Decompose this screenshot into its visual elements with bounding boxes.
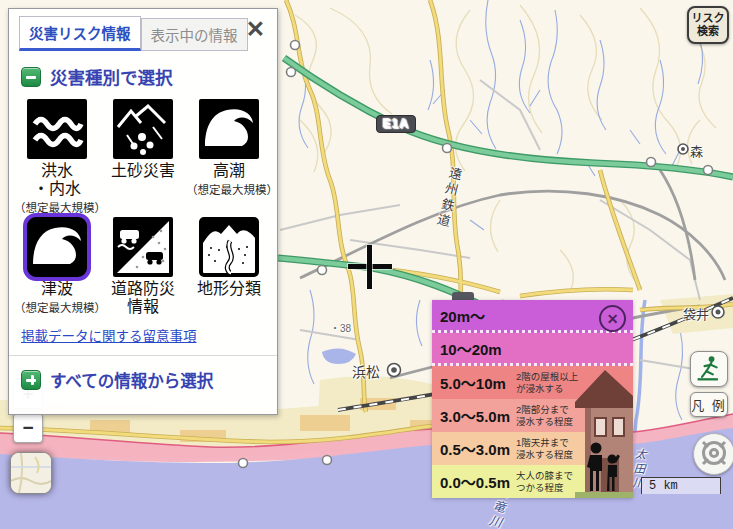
plus-square-icon <box>21 370 41 390</box>
storm-surge-icon <box>199 99 259 159</box>
hazard-note: （想定最大規模） <box>14 299 100 315</box>
hazard-item-tsunami[interactable]: 津波 （想定最大規模） <box>14 215 100 317</box>
scale-label: 5 km <box>649 479 678 493</box>
hazard-label: 道路防災 情報 <box>100 280 186 316</box>
legend-range: 0.5～3.0m <box>440 438 516 459</box>
section-title: すべての情報から選択 <box>50 368 213 392</box>
hazard-item-terrain[interactable]: 地形分類 <box>186 215 272 317</box>
evacuation-person-icon <box>695 354 723 385</box>
map-center-crosshair-vertical <box>367 245 372 289</box>
legend-row: 0.5～3.0m 1階天井まで 浸水する程度 <box>432 432 633 465</box>
legend-row: 10～20m <box>432 333 633 366</box>
terrain-icon <box>199 217 259 277</box>
risk-search-label: リスク 検索 <box>692 12 725 37</box>
hazard-item-storm-surge[interactable]: 高潮 （想定最大規模） <box>186 97 272 215</box>
panel-tabs: 災害リスク情報 表示中の情報 ✕ <box>9 9 277 51</box>
expressway-badge: E1A <box>376 115 416 133</box>
legend-range: 10～20m <box>440 338 516 359</box>
zoom-out-button[interactable]: − <box>13 413 43 443</box>
disaster-risk-panel: 災害リスク情報 表示中の情報 ✕ 災害種別で選択 洪水 ・内水 （想定最大規模） <box>8 8 278 415</box>
legend-row: 5.0～10m 2階の屋根以上 が浸水する <box>432 366 633 399</box>
legend-range: 3.0～5.0m <box>440 405 516 426</box>
legend-close-icon[interactable]: ✕ <box>599 305 626 332</box>
tab-label: 表示中の情報 <box>151 28 238 44</box>
hazard-label: 洪水 ・内水 <box>14 162 100 198</box>
map-scale-bar: 5 km <box>641 477 721 494</box>
hazard-item-road-disaster[interactable]: 道路防災 情報 <box>100 215 186 317</box>
map-label-spot-height: ・38 <box>330 320 351 335</box>
section-title: 災害種別で選択 <box>50 64 173 89</box>
legend-desc: 2階部分まで 浸水する程度 <box>516 404 573 427</box>
legend-range: 20m～ <box>440 305 516 326</box>
map-label-hamamatsu: 浜松 <box>352 361 380 381</box>
legend-toggle-button[interactable]: 凡 例 <box>690 392 728 417</box>
flood-icon <box>27 99 87 159</box>
road-disaster-icon <box>113 217 173 277</box>
hazard-note: （想定最大規模） <box>186 181 272 197</box>
tab-disaster-risk-info[interactable]: 災害リスク情報 <box>19 16 141 51</box>
panel-divider <box>9 355 277 356</box>
tab-label: 災害リスク情報 <box>29 26 131 42</box>
map-label-fukuroi: 袋井 <box>683 304 709 323</box>
legend-range: 0.0～0.5m <box>440 471 516 492</box>
location-compass-button[interactable] <box>693 433 733 475</box>
legend-desc: 大人の膝まで つかる程度 <box>516 470 573 493</box>
evacuation-site-button[interactable] <box>690 351 728 387</box>
minus-square-icon <box>21 67 41 87</box>
section-select-all[interactable]: すべての情報から選択 <box>21 368 277 392</box>
legend-range: 5.0～10m <box>440 372 516 393</box>
tsunami-icon <box>27 217 87 277</box>
hazard-item-landslide[interactable]: 土砂災害 <box>100 97 186 215</box>
risk-search-button[interactable]: リスク 検索 <box>687 6 729 44</box>
hazard-item-flood[interactable]: 洪水 ・内水 （想定最大規模） <box>14 97 100 215</box>
panel-close-icon[interactable]: ✕ <box>246 19 265 39</box>
legend-desc: 1階天井まで 浸水する程度 <box>516 437 573 460</box>
minimap-icon <box>11 481 51 494</box>
hazard-label: 土砂災害 <box>100 162 186 180</box>
tab-displayed-info[interactable]: 表示中の情報 <box>141 18 248 51</box>
legend-desc: 2階の屋根以上 が浸水する <box>516 371 578 394</box>
data-notice-link[interactable]: 掲載データに関する留意事項 <box>21 325 197 345</box>
section-select-by-type[interactable]: 災害種別で選択 <box>21 64 277 89</box>
hazard-map-app: E1A 森 袋井 浜松 遠州鉄道 天竜川 太田川 ・38 災害リスク情報 表示中… <box>0 0 733 529</box>
hazard-note: （想定最大規模） <box>14 199 100 215</box>
legend-row: 3.0～5.0m 2階部分まで 浸水する程度 <box>432 399 633 432</box>
tsunami-depth-legend: ✕ 20m～ 10～20m 5.0～10m 2階の屋根以上 が浸水する 3.0～… <box>432 300 633 498</box>
minimap-toggle-button[interactable] <box>10 452 52 494</box>
legend-toggle-label: 凡 例 <box>691 395 727 414</box>
compass-location-icon <box>699 438 729 471</box>
map-label-mori: 森 <box>690 141 703 160</box>
hazard-label: 高潮 <box>186 162 272 180</box>
landslide-icon <box>113 99 173 159</box>
legend-row: 0.0～0.5m 大人の膝まで つかる程度 <box>432 465 633 498</box>
hazard-grid: 洪水 ・内水 （想定最大規模） 土砂災害 <box>9 97 277 317</box>
hazard-label: 地形分類 <box>186 280 272 298</box>
zoom-out-label: − <box>22 417 33 439</box>
hazard-label: 津波 <box>14 280 100 298</box>
